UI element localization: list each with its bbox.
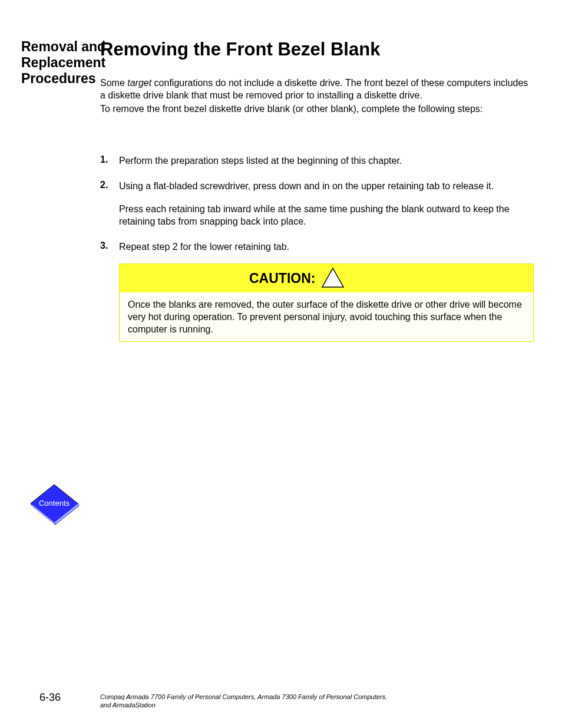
- section-heading: Removing the Front Bezel Blank: [100, 39, 380, 60]
- step-number: 2.: [100, 180, 119, 228]
- steps-container: 1.Perform the preparation steps listed a…: [100, 154, 534, 355]
- step-number: 3.: [100, 241, 119, 342]
- svg-marker-3: [322, 268, 343, 287]
- step-body: Using a flat-bladed screwdriver, press d…: [119, 180, 534, 228]
- caution-label: CAUTION:: [249, 272, 315, 285]
- svg-marker-0: [31, 485, 78, 522]
- page-number: 6-36: [0, 691, 100, 704]
- step-paragraph: Using a flat-bladed screwdriver, press d…: [119, 180, 534, 192]
- footer-line-2: and ArmadaStation: [100, 701, 534, 709]
- step: 1.Perform the preparation steps listed a…: [100, 154, 534, 167]
- step: 2.Using a flat-bladed screwdriver, press…: [100, 180, 534, 228]
- step-paragraph: Press each retaining tab inward while at…: [119, 203, 534, 228]
- warning-triangle-icon: [321, 266, 345, 289]
- sidebar-chapter-title: Removal andReplacementProcedures: [21, 39, 105, 87]
- step-body: Perform the preparation steps listed at …: [119, 154, 534, 167]
- footer-line-1: Compaq Armada 7700 Family of Personal Co…: [100, 693, 534, 700]
- step: 3.Repeat step 2 for the lower retaining …: [100, 241, 534, 342]
- caution-header: CAUTION:: [120, 264, 534, 293]
- intro-paragraph-1: Some target configurations do not includ…: [100, 77, 534, 101]
- intro-paragraph-2: To remove the front bezel diskette drive…: [100, 103, 534, 115]
- caution-box: CAUTION:Once the blanks are removed, the…: [119, 263, 534, 342]
- step-paragraph: Repeat step 2 for the lower retaining ta…: [119, 241, 534, 253]
- step-number: 1.: [100, 154, 119, 167]
- contents-button[interactable]: Contents: [27, 482, 81, 528]
- step-body: Repeat step 2 for the lower retaining ta…: [119, 241, 534, 342]
- caution-body: Once the blanks are removed, the outer s…: [120, 292, 534, 342]
- step-paragraph: Perform the preparation steps listed at …: [119, 154, 534, 167]
